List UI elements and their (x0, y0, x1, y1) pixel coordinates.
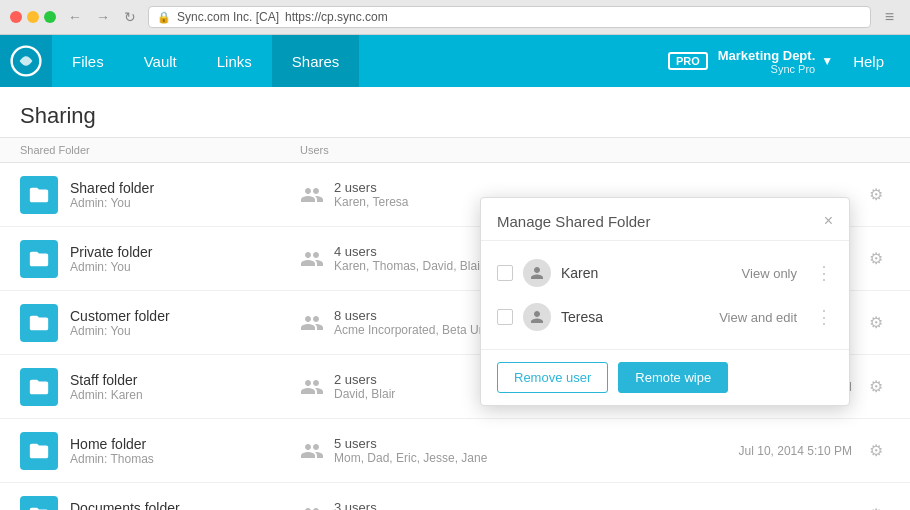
user-row-teresa: Teresa View and edit ⋮ (481, 295, 849, 339)
folder-info: Documents folder Admin: Thomas (70, 500, 300, 511)
browser-menu-button[interactable]: ≡ (879, 6, 900, 28)
folder-row: Home folder Admin: Thomas 5 users Mom, D… (0, 419, 910, 483)
browser-navigation: ← → ↻ (64, 7, 140, 27)
people-icon (300, 375, 324, 399)
app-header: Files Vault Links Shares PRO Marketing D… (0, 35, 910, 87)
remove-user-button[interactable]: Remove user (497, 362, 608, 393)
close-window-button[interactable] (10, 11, 22, 23)
modal-close-button[interactable]: × (824, 212, 833, 230)
svg-point-7 (36, 450, 42, 456)
users-names: Karen, Thomas, David, Blair (334, 259, 484, 273)
user-row-karen: Karen View only ⋮ (481, 251, 849, 295)
folder-icon (20, 496, 58, 511)
address-bar[interactable]: 🔒 Sync.com Inc. [CA] https://cp.sync.com (148, 6, 871, 28)
table-header: Shared Folder Users (0, 138, 910, 163)
column-header-folder: Shared Folder (20, 144, 300, 156)
remote-wipe-button[interactable]: Remote wipe (618, 362, 728, 393)
svg-point-3 (40, 194, 44, 198)
page-title: Sharing (20, 103, 890, 129)
folder-info: Shared folder Admin: You (70, 180, 300, 210)
account-name: Marketing Dept. (718, 48, 816, 63)
people-icon (300, 503, 324, 511)
user-checkbox-teresa[interactable] (497, 309, 513, 325)
users-count: 2 users (334, 180, 409, 195)
svg-point-4 (36, 258, 42, 264)
users-info: 5 users Mom, Dad, Eric, Jesse, Jane (300, 436, 662, 465)
manage-shared-folder-modal: Manage Shared Folder × Karen View only ⋮ (480, 197, 850, 406)
account-dropdown[interactable]: Marketing Dept. Sync Pro ▼ (718, 48, 833, 75)
url-text: https://cp.sync.com (285, 10, 388, 24)
folder-admin: Admin: You (70, 260, 300, 274)
users-count: 3 users (334, 500, 590, 510)
back-button[interactable]: ← (64, 7, 86, 27)
minimize-window-button[interactable] (27, 11, 39, 23)
svg-point-6 (36, 386, 42, 392)
chevron-down-icon: ▼ (821, 54, 833, 68)
folder-icon (20, 304, 58, 342)
nav-vault[interactable]: Vault (124, 35, 197, 87)
gear-button[interactable]: ⚙ (862, 309, 890, 337)
folder-icon (20, 432, 58, 470)
help-button[interactable]: Help (843, 53, 894, 70)
pro-badge: PRO (668, 52, 708, 70)
user-options-button-karen[interactable]: ⋮ (815, 262, 833, 284)
svg-point-5 (36, 322, 42, 328)
folder-icon (20, 176, 58, 214)
nav-shares[interactable]: Shares (272, 35, 360, 87)
user-avatar-teresa (523, 303, 551, 331)
main-wrapper: Sharing Shared Folder Users Shared folde… (0, 87, 910, 510)
users-names: Karen, Teresa (334, 195, 409, 209)
folder-row: Documents folder Admin: Thomas 3 users A… (0, 483, 910, 510)
traffic-lights (10, 11, 56, 23)
user-options-button-teresa[interactable]: ⋮ (815, 306, 833, 328)
folder-name: Staff folder (70, 372, 300, 388)
folder-info: Private folder Admin: You (70, 244, 300, 274)
gear-button[interactable]: ⚙ (862, 501, 890, 511)
gear-button[interactable]: ⚙ (862, 437, 890, 465)
people-icon (300, 311, 324, 335)
folder-name: Shared folder (70, 180, 300, 196)
refresh-button[interactable]: ↻ (120, 7, 140, 27)
lock-icon: 🔒 (157, 11, 171, 24)
users-count: 5 users (334, 436, 487, 451)
folder-admin: Admin: You (70, 196, 300, 210)
folder-name: Home folder (70, 436, 300, 452)
gear-button[interactable]: ⚙ (862, 373, 890, 401)
folder-admin: Admin: You (70, 324, 300, 338)
folder-date: Jul 10, 2014 5:10 PM (662, 444, 862, 458)
forward-button[interactable]: → (92, 7, 114, 27)
user-checkbox-karen[interactable] (497, 265, 513, 281)
user-name-karen: Karen (561, 265, 732, 281)
gear-button[interactable]: ⚙ (862, 181, 890, 209)
folder-admin: Admin: Thomas (70, 452, 300, 466)
sync-logo (10, 45, 42, 77)
cert-text: Sync.com Inc. [CA] (177, 10, 279, 24)
users-count: 2 users (334, 372, 395, 387)
main-nav: Files Vault Links Shares (52, 35, 668, 87)
users-count: 4 users (334, 244, 484, 259)
account-plan: Sync Pro (718, 63, 816, 75)
folder-icon (20, 368, 58, 406)
nav-links[interactable]: Links (197, 35, 272, 87)
maximize-window-button[interactable] (44, 11, 56, 23)
user-permission-karen: View only (742, 266, 797, 281)
header-right: PRO Marketing Dept. Sync Pro ▼ Help (668, 48, 910, 75)
folder-admin: Admin: Karen (70, 388, 300, 402)
nav-files[interactable]: Files (52, 35, 124, 87)
modal-footer: Remove user Remote wipe (481, 349, 849, 405)
modal-header: Manage Shared Folder × (481, 198, 849, 241)
users-names: David, Blair (334, 387, 395, 401)
page-header: Sharing (0, 87, 910, 138)
user-name-teresa: Teresa (561, 309, 709, 325)
folder-icon (20, 240, 58, 278)
people-icon (300, 439, 324, 463)
people-icon (300, 247, 324, 271)
folder-info: Customer folder Admin: You (70, 308, 300, 338)
modal-body: Karen View only ⋮ Teresa View and edit ⋮ (481, 241, 849, 349)
people-icon (300, 183, 324, 207)
gear-button[interactable]: ⚙ (862, 245, 890, 273)
folder-info: Home folder Admin: Thomas (70, 436, 300, 466)
user-permission-teresa: View and edit (719, 310, 797, 325)
folder-name: Documents folder (70, 500, 300, 511)
folder-name: Customer folder (70, 308, 300, 324)
